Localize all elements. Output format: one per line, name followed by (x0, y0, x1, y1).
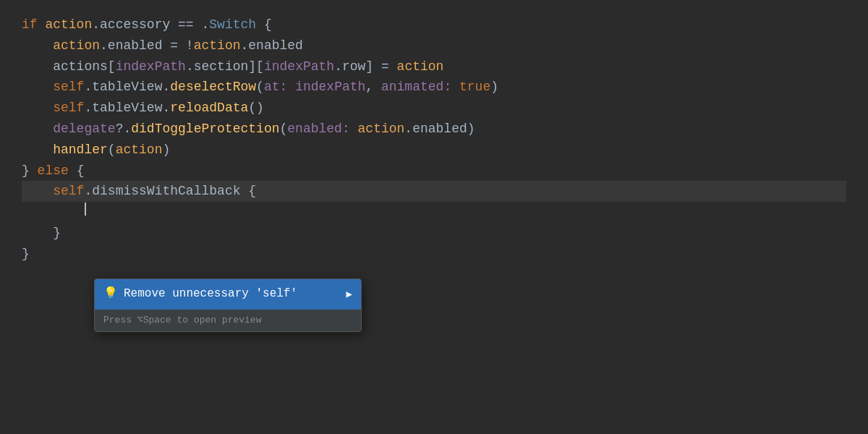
code-token: . (162, 98, 170, 119)
code-editor: if action.accessory == .Switch { action.… (0, 0, 868, 434)
code-token (22, 140, 53, 161)
code-token: ) (490, 77, 498, 98)
code-token: ) (467, 119, 475, 140)
code-token: ][ (248, 56, 264, 77)
code-token: ( (279, 119, 287, 140)
code-token: . (84, 98, 92, 119)
code-token: action (116, 140, 163, 161)
code-token: ?. (116, 119, 132, 140)
code-token: section (194, 56, 249, 77)
code-token: at: (264, 77, 287, 98)
popup-hint: Press ⌥Space to open preview (95, 310, 361, 332)
code-token: . (404, 119, 412, 140)
code-token (451, 77, 459, 98)
code-token: actions (53, 56, 108, 77)
code-token: tableView (92, 98, 162, 119)
code-token: . (84, 77, 92, 98)
popup-action-label: Remove unnecessary 'self' (124, 285, 297, 304)
popup-box: 💡 Remove unnecessary 'self' ▶ Press ⌥Spa… (94, 278, 362, 332)
code-token: tableView (92, 77, 162, 98)
code-token (350, 119, 358, 140)
code-token: action (397, 56, 444, 77)
code-token: self (53, 181, 84, 202)
code-token (22, 119, 53, 140)
code-token: } (22, 244, 30, 265)
code-token: . (162, 77, 170, 98)
code-token: indexPath (116, 56, 186, 77)
code-token: indexPath (287, 77, 365, 98)
code-token: () (248, 98, 264, 119)
code-token: reloadData (170, 98, 248, 119)
code-line-8: } else { (22, 161, 846, 182)
text-cursor (85, 203, 86, 216)
code-token: self (53, 98, 84, 119)
autocomplete-popup: 💡 Remove unnecessary 'self' ▶ Press ⌥Spa… (94, 278, 362, 332)
code-token: ) (162, 140, 170, 161)
code-token (22, 35, 53, 56)
code-token: [ (108, 56, 116, 77)
code-token: enabled (108, 35, 163, 56)
bulb-icon: 💡 (103, 285, 118, 304)
code-line-6: delegate?.didToggleProtection(enabled: a… (22, 119, 846, 140)
code-token (22, 56, 53, 77)
code-token: Switch (209, 14, 256, 35)
code-line-1: if action.accessory == .Switch { (22, 14, 846, 35)
code-token: . (201, 14, 209, 35)
code-token: deselectRow (170, 77, 256, 98)
code-line-2: action.enabled = !action.enabled (22, 35, 846, 56)
popup-action-item[interactable]: 💡 Remove unnecessary 'self' ▶ (95, 279, 361, 310)
code-line-4: self.tableView.deselectRow(at: indexPath… (22, 77, 846, 98)
code-token: dismissWithCallback (92, 181, 240, 202)
code-token: else (38, 161, 69, 182)
code-line-9: self.dismissWithCallback { (22, 181, 846, 202)
code-token: handler (53, 140, 108, 161)
code-token: } (22, 223, 61, 244)
code-token: { (240, 181, 256, 202)
code-token: didToggleProtection (131, 119, 279, 140)
code-token: action (358, 119, 405, 140)
code-token: enabled (412, 119, 467, 140)
code-token: action (45, 14, 92, 35)
code-token: . (84, 181, 92, 202)
code-token: . (334, 56, 342, 77)
code-token (22, 181, 53, 202)
code-token: action (53, 35, 100, 56)
code-token (22, 77, 53, 98)
code-token: enabled (248, 35, 303, 56)
code-token: enabled: (287, 119, 349, 140)
code-token: ( (256, 77, 264, 98)
code-token: animated: (381, 77, 451, 98)
code-token: . (241, 35, 249, 56)
code-token: action (194, 35, 241, 56)
code-token: = ! (162, 35, 193, 56)
code-token: { (256, 14, 272, 35)
code-token: row (342, 56, 365, 77)
code-token: , (365, 77, 381, 98)
code-token: if (22, 14, 45, 35)
code-line-3: actions[indexPath.section][indexPath.row… (22, 56, 846, 77)
code-token: ] = (365, 56, 396, 77)
code-token: { (69, 161, 85, 182)
code-token: indexPath (264, 56, 334, 77)
code-line-7: handler(action) (22, 140, 846, 161)
code-token: == (170, 14, 201, 35)
code-line-10 (22, 202, 846, 223)
code-token: self (53, 77, 84, 98)
code-token: ( (108, 140, 116, 161)
code-line-11: } (22, 223, 846, 244)
arrow-icon: ▶ (346, 286, 352, 302)
code-token: true (459, 77, 490, 98)
code-token: delegate (53, 119, 115, 140)
code-line-12: } (22, 244, 846, 265)
code-token: accessory (100, 14, 170, 35)
code-token (22, 202, 84, 223)
code-token: . (92, 14, 100, 35)
code-token (22, 98, 53, 119)
code-token: } (22, 161, 38, 182)
code-token: . (100, 35, 108, 56)
code-line-5: self.tableView.reloadData() (22, 98, 846, 119)
code-token: . (186, 56, 194, 77)
